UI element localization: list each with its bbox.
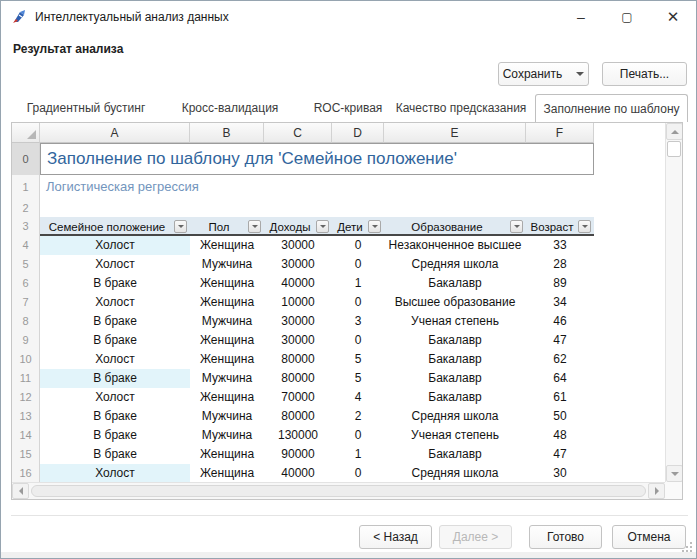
grid-cell[interactable]: Женщина [190, 464, 264, 483]
grid-cell[interactable]: Женщина [190, 350, 264, 369]
row-header-12[interactable]: 12 [12, 388, 40, 407]
grid-cell[interactable]: Мужчина [190, 369, 264, 388]
column-header-C[interactable]: C [264, 123, 332, 143]
column-header-B[interactable]: B [190, 123, 264, 143]
grid-cell[interactable]: В браке [40, 274, 190, 293]
grid-cell[interactable]: Женщина [190, 293, 264, 312]
grid-cell[interactable]: 89 [526, 274, 594, 293]
grid-cell[interactable]: 30000 [264, 236, 332, 255]
grid-cell[interactable]: В браке [40, 331, 190, 350]
grid-cell[interactable]: Бакалавр [384, 445, 526, 464]
grid-cell[interactable]: В браке [40, 312, 190, 331]
grid-cell[interactable]: 47 [526, 331, 594, 350]
cancel-button[interactable]: Отмена [612, 525, 686, 549]
grid-cell[interactable]: 50 [526, 407, 594, 426]
grid-cell[interactable]: В браке [40, 369, 190, 388]
row-header-1[interactable]: 1 [12, 175, 40, 199]
grid-cell[interactable]: Холост [40, 255, 190, 274]
grid-cell[interactable]: 61 [526, 388, 594, 407]
row-header-9[interactable]: 9 [12, 331, 40, 350]
grid-cell[interactable]: 34 [526, 293, 594, 312]
grid-cell[interactable]: 80000 [264, 407, 332, 426]
grid-cell[interactable]: Мужчина [190, 255, 264, 274]
grid-cell[interactable]: 1 [332, 445, 384, 464]
grid-cell[interactable]: 33 [526, 236, 594, 255]
grid-cell[interactable]: Бакалавр [384, 274, 526, 293]
grid-cell[interactable]: 2 [332, 407, 384, 426]
grid-cell[interactable]: 90000 [264, 445, 332, 464]
row-header-14[interactable]: 14 [12, 426, 40, 445]
tab-3[interactable]: ROC-кривая [303, 94, 393, 122]
grid-cell[interactable]: Женщина [190, 331, 264, 350]
vertical-scrollbar[interactable] [665, 123, 682, 482]
grid-cell[interactable]: 10000 [264, 293, 332, 312]
grid-cell[interactable]: В браке [40, 407, 190, 426]
filter-dropdown-button[interactable] [316, 220, 329, 233]
resize-grip-icon[interactable] [682, 542, 692, 552]
grid-cell[interactable]: 0 [332, 293, 384, 312]
grid-subtitle-cell[interactable]: Логистическая регрессия [46, 175, 199, 199]
grid-cell[interactable]: 40000 [264, 464, 332, 483]
grid-cell[interactable]: Бакалавр [384, 388, 526, 407]
grid-cell[interactable]: 47 [526, 445, 594, 464]
filter-dropdown-button[interactable] [578, 220, 591, 233]
finish-button[interactable]: Готово [529, 525, 602, 549]
tab-1[interactable]: Градиентный бустинг [23, 94, 149, 122]
column-header-A[interactable]: A [40, 123, 190, 143]
grid-cell[interactable]: 30000 [264, 312, 332, 331]
print-button[interactable]: Печать... [602, 62, 687, 86]
grid-cell[interactable]: Женщина [190, 274, 264, 293]
filter-dropdown-button[interactable] [510, 220, 523, 233]
column-header-E[interactable]: E [384, 123, 526, 143]
close-button[interactable]: ✕ [650, 1, 696, 33]
grid-cell[interactable]: 70000 [264, 388, 332, 407]
row-header-2[interactable]: 2 [12, 199, 40, 217]
row-header-0[interactable]: 0 [12, 143, 40, 175]
grid-cell[interactable]: 30000 [264, 331, 332, 350]
grid-cell[interactable]: 28 [526, 255, 594, 274]
scroll-right-button[interactable] [648, 483, 665, 499]
grid-cell[interactable]: Средняя школа [384, 464, 526, 483]
save-button[interactable]: Сохранить [498, 62, 589, 86]
grid-cell[interactable]: 5 [332, 350, 384, 369]
grid-cell[interactable]: Холост [40, 464, 190, 483]
grid-cell[interactable]: 46 [526, 312, 594, 331]
row-header-8[interactable]: 8 [12, 312, 40, 331]
grid-cell[interactable]: 0 [332, 255, 384, 274]
grid-cell[interactable]: Ученая степень [384, 426, 526, 445]
row-header-16[interactable]: 16 [12, 464, 40, 483]
row-header-7[interactable]: 7 [12, 293, 40, 312]
grid-cell[interactable]: 5 [332, 369, 384, 388]
grid-cell[interactable]: Женщина [190, 445, 264, 464]
grid-cell[interactable]: Холост [40, 293, 190, 312]
select-all-corner[interactable] [12, 123, 40, 143]
column-header-F[interactable]: F [526, 123, 594, 143]
grid-cell[interactable]: 80000 [264, 369, 332, 388]
grid-cell[interactable]: 130000 [264, 426, 332, 445]
grid-cell[interactable]: В браке [40, 445, 190, 464]
grid-cell[interactable]: 80000 [264, 350, 332, 369]
minimize-button[interactable]: – [558, 1, 604, 33]
row-header-10[interactable]: 10 [12, 350, 40, 369]
grid-cell[interactable]: 0 [332, 426, 384, 445]
back-button[interactable]: < Назад [359, 525, 432, 549]
column-header-D[interactable]: D [332, 123, 384, 143]
vertical-scrollbar-thumb[interactable] [667, 141, 681, 157]
row-header-6[interactable]: 6 [12, 274, 40, 293]
grid-cell[interactable]: Холост [40, 388, 190, 407]
grid-cell[interactable]: В браке [40, 426, 190, 445]
grid-cell[interactable]: 0 [332, 236, 384, 255]
grid-cell[interactable]: 40000 [264, 274, 332, 293]
maximize-button[interactable]: ▢ [604, 1, 650, 33]
grid-cell[interactable]: Холост [40, 236, 190, 255]
grid-cell[interactable]: Бакалавр [384, 369, 526, 388]
row-header-4[interactable]: 4 [12, 236, 40, 255]
grid-cell[interactable]: 1 [332, 274, 384, 293]
grid-cell[interactable]: 48 [526, 426, 594, 445]
scroll-down-button[interactable] [666, 465, 683, 482]
tab-2[interactable]: Кросс-валидация [171, 94, 289, 122]
scroll-up-button[interactable] [666, 123, 683, 140]
row-header-5[interactable]: 5 [12, 255, 40, 274]
grid-cell[interactable]: 64 [526, 369, 594, 388]
grid-cell[interactable]: Мужчина [190, 407, 264, 426]
